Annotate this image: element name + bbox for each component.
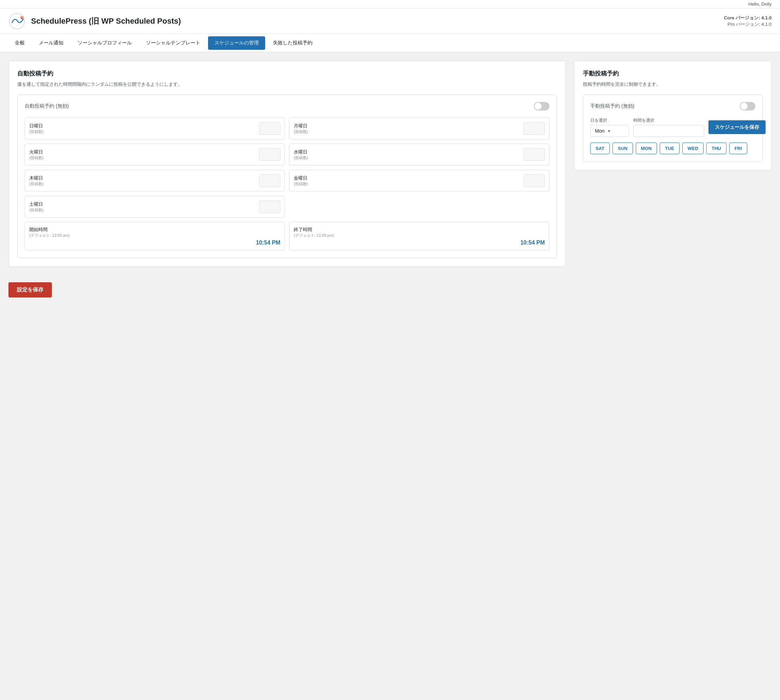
tab-mail[interactable]: メール通知 bbox=[32, 36, 70, 50]
day-label-friday: 金曜日 bbox=[294, 175, 308, 182]
day-input-sunday[interactable] bbox=[259, 122, 280, 135]
day-label-saturday: 土曜日 bbox=[29, 201, 43, 207]
save-settings-button[interactable]: 設定を保存 bbox=[8, 282, 52, 297]
day-input-monday[interactable] bbox=[524, 122, 545, 135]
day-label-sunday: 日曜日 bbox=[29, 123, 43, 129]
chevron-down-icon: ▼ bbox=[607, 129, 611, 133]
day-cell-monday: 月曜日 (投稿数) bbox=[289, 117, 549, 139]
day-label-wednesday: 水曜日 bbox=[294, 149, 308, 155]
manual-toggle-row: 手動投稿予約 (無効) bbox=[590, 102, 755, 110]
day-select[interactable]: Mon ▼ bbox=[590, 125, 629, 137]
day-sublabel-tuesday: (投稿数) bbox=[29, 155, 43, 160]
start-time-cell: 開始時間 (デフォルト: 12:00 am) 10:54 PM bbox=[25, 222, 285, 250]
manual-schedule-desc: 投稿予約時間を完全に制御できます。 bbox=[583, 81, 763, 88]
manual-schedule-title: 手動投稿予約 bbox=[583, 70, 763, 78]
auto-toggle-switch[interactable] bbox=[534, 102, 549, 110]
day-select-value: Mon bbox=[595, 128, 604, 134]
auto-toggle-row: 自動投稿予約 (無効) bbox=[25, 102, 549, 110]
pro-version: Pro バージョン: 4.1.0 bbox=[727, 22, 772, 27]
top-bar-left: SchedulePress (旧 WP Scheduled Posts) bbox=[8, 13, 181, 30]
auto-schedule-title: 自動投稿予約 bbox=[17, 70, 557, 78]
day-btn-sun[interactable]: SUN bbox=[612, 143, 633, 154]
time-row: 開始時間 (デフォルト: 12:00 am) 10:54 PM 終了時間 (デフ… bbox=[25, 222, 549, 250]
day-sublabel-saturday: (投稿数) bbox=[29, 207, 43, 213]
day-btn-sat[interactable]: SAT bbox=[590, 143, 610, 154]
end-time-sublabel: (デフォルト: 11:59 pm) bbox=[294, 233, 545, 238]
end-time-cell: 終了時間 (デフォルト: 11:59 pm) 10:54 PM bbox=[289, 222, 549, 250]
tab-failed[interactable]: 失敗した投稿予約 bbox=[266, 36, 319, 50]
end-time-label: 終了時間 bbox=[294, 227, 545, 233]
end-time-value[interactable]: 10:54 PM bbox=[294, 240, 545, 246]
core-version: Core バージョン: 4.1.0 bbox=[724, 15, 772, 21]
day-buttons-row: SAT SUN MON TUE WED THU FRI bbox=[590, 143, 755, 154]
version-info: Core バージョン: 4.1.0 Pro バージョン: 4.1.0 bbox=[724, 15, 772, 28]
manual-schedule-card: 手動投稿予約 (無効) 日を選択 Mon ▼ 時間を選択 10:52 PM スケ… bbox=[583, 95, 763, 162]
day-sublabel-thursday: (投稿数) bbox=[29, 182, 43, 187]
top-bar: SchedulePress (旧 WP Scheduled Posts) Cor… bbox=[0, 8, 780, 34]
auto-schedule-panel: 自動投稿予約 週を通して指定された時間間隔内にランダムに投稿を公開できるようにし… bbox=[8, 61, 565, 267]
day-btn-mon[interactable]: MON bbox=[636, 143, 657, 154]
schedule-input-row: 日を選択 Mon ▼ 時間を選択 10:52 PM スケジュールを保存 bbox=[590, 117, 755, 137]
schedulepress-logo-icon bbox=[8, 13, 25, 30]
tab-general[interactable]: 全般 bbox=[8, 36, 31, 50]
day-cell-sunday: 日曜日 (投稿数) bbox=[25, 117, 285, 139]
day-btn-thu[interactable]: THU bbox=[706, 143, 727, 154]
day-btn-wed[interactable]: WED bbox=[682, 143, 703, 154]
hello-text: Hello, Dolly bbox=[748, 2, 772, 7]
tab-schedule-manage[interactable]: スケジュールの管理 bbox=[208, 36, 265, 50]
svg-point-0 bbox=[9, 13, 25, 29]
day-input-friday[interactable] bbox=[524, 174, 545, 187]
time-input[interactable]: 10:52 PM bbox=[633, 125, 704, 137]
day-input-tuesday[interactable] bbox=[259, 148, 280, 161]
save-settings-row: 設定を保存 bbox=[0, 275, 780, 305]
manual-schedule-panel: 手動投稿予約 投稿予約時間を完全に制御できます。 手動投稿予約 (無効) 日を選… bbox=[574, 61, 772, 170]
day-sublabel-friday: (投稿数) bbox=[294, 182, 308, 187]
day-input-wednesday[interactable] bbox=[524, 148, 545, 161]
start-time-value[interactable]: 10:54 PM bbox=[29, 240, 280, 246]
day-label-thursday: 木曜日 bbox=[29, 175, 43, 182]
day-sublabel-monday: (投稿数) bbox=[294, 129, 308, 135]
hello-bar: Hello, Dolly bbox=[0, 0, 780, 8]
day-select-field: 日を選択 Mon ▼ bbox=[590, 117, 629, 137]
start-time-label: 開始時間 bbox=[29, 227, 280, 233]
day-btn-fri[interactable]: FRI bbox=[729, 143, 747, 154]
manual-toggle-label: 手動投稿予約 (無効) bbox=[590, 103, 634, 109]
time-select-field: 時間を選択 10:52 PM bbox=[633, 117, 704, 137]
day-label-tuesday: 火曜日 bbox=[29, 149, 43, 155]
day-select-field-label: 日を選択 bbox=[590, 117, 629, 123]
day-sublabel-wednesday: (投稿数) bbox=[294, 155, 308, 160]
auto-toggle-label: 自動投稿予約 (無効) bbox=[25, 103, 69, 109]
day-cell-tuesday: 火曜日 (投稿数) bbox=[25, 143, 285, 165]
day-btn-tue[interactable]: TUE bbox=[660, 143, 680, 154]
start-time-sublabel: (デフォルト: 12:00 am) bbox=[29, 233, 280, 238]
app-title: SchedulePress (旧 WP Scheduled Posts) bbox=[31, 16, 181, 27]
day-input-thursday[interactable] bbox=[259, 174, 280, 187]
auto-day-grid: 日曜日 (投稿数) 月曜日 (投稿数) 火曜日 bbox=[25, 117, 549, 218]
day-cell-friday: 金曜日 (投稿数) bbox=[289, 170, 549, 192]
tab-social-template[interactable]: ソーシャルテンプレート bbox=[140, 36, 207, 50]
day-sublabel-sunday: (投稿数) bbox=[29, 129, 43, 135]
auto-schedule-card: 自動投稿予約 (無効) 日曜日 (投稿数) 月曜日 (投稿数) bbox=[17, 95, 557, 258]
auto-schedule-desc: 週を通して指定された時間間隔内にランダムに投稿を公開できるようにします。 bbox=[17, 81, 557, 88]
manual-toggle-switch[interactable] bbox=[740, 102, 755, 110]
day-cell-saturday: 土曜日 (投稿数) bbox=[25, 196, 285, 218]
day-label-monday: 月曜日 bbox=[294, 123, 308, 129]
tab-social-profile[interactable]: ソーシャルプロフィール bbox=[71, 36, 138, 50]
day-cell-thursday: 木曜日 (投稿数) bbox=[25, 170, 285, 192]
time-select-field-label: 時間を選択 bbox=[633, 117, 704, 123]
main-content: 自動投稿予約 週を通して指定された時間間隔内にランダムに投稿を公開できるようにし… bbox=[0, 52, 780, 275]
nav-tabs: 全般 メール通知 ソーシャルプロフィール ソーシャルテンプレート スケジュールの… bbox=[0, 34, 780, 52]
save-schedule-button[interactable]: スケジュールを保存 bbox=[708, 120, 765, 134]
day-input-saturday[interactable] bbox=[259, 200, 280, 213]
day-cell-wednesday: 水曜日 (投稿数) bbox=[289, 143, 549, 165]
